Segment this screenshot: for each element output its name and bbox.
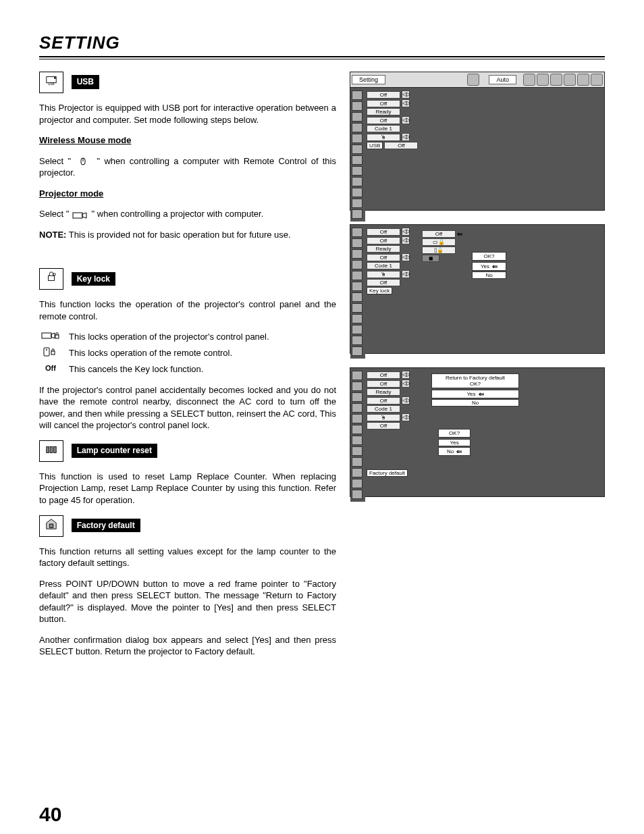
osd-top-icon (467, 74, 479, 86)
osd-value: Off (367, 397, 400, 405)
osd-value: Ready (367, 245, 400, 253)
pointer-icon: ⇐ (479, 390, 484, 398)
osd-side-icon (352, 123, 363, 132)
osd-nav-icon: ◁▷ (402, 133, 410, 141)
osd-top-icon (564, 74, 576, 86)
projector-mode-icon (72, 211, 89, 219)
usb-badge: USB (72, 75, 99, 88)
osd-keylock-screenshot: Off◁▷ Off◁▷ Ready Off◁▷ Code 1 🖱◁▷ Off K… (350, 224, 605, 354)
lamp-counter-badge: Lamp counter reset (72, 444, 157, 457)
osd-no-option: No⇐ (438, 447, 471, 456)
wireless-mouse-heading: Wireless Mouse mode (39, 134, 336, 147)
osd-usb-screenshot: Setting Auto (350, 72, 605, 211)
wireless-mouse-text: Select " " when controlling a computer w… (39, 155, 336, 179)
osd-side-icon (352, 325, 363, 334)
svg-rect-11 (55, 335, 59, 338)
svg-point-13 (46, 349, 47, 350)
lamp-counter-para: This function is used to reset Lamp Repl… (39, 471, 336, 506)
osd-side-icon (352, 209, 363, 219)
osd-side-icon (352, 177, 363, 186)
osd-auto-chip: Auto (489, 75, 516, 84)
factory-p2: Press POINT UP/DOWN button to move a red… (39, 578, 336, 625)
lock-panel-icon (39, 331, 62, 343)
keylock-icon (39, 268, 63, 290)
osd-value: Code 1 (367, 262, 400, 269)
osd-value: Ready (367, 388, 400, 396)
osd-nav-icon: ◁▷ (402, 116, 410, 124)
osd-side-icon (352, 346, 363, 356)
osd-yes-option: Yes (438, 439, 471, 446)
osd-nav-icon: ◁▷ (402, 380, 410, 388)
osd-side-icon (352, 155, 363, 165)
osd-side-icon (352, 468, 363, 477)
osd-no-option: No (472, 271, 506, 279)
osd-side-icon (352, 249, 363, 259)
keylock-cancel-text: This cancels the Key lock function. (69, 363, 203, 375)
svg-rect-14 (51, 351, 55, 355)
svg-rect-15 (47, 446, 49, 452)
osd-side-icon (352, 282, 363, 291)
osd-nav-icon: ◁▷ (402, 413, 410, 421)
osd-nav-icon: ◁▷ (402, 90, 410, 99)
osd-side-icon (352, 414, 363, 423)
osd-keylock-label: Key lock (367, 287, 392, 294)
osd-side-icon (352, 436, 363, 445)
svg-rect-12 (44, 348, 49, 356)
osd-value: Code 1 (367, 405, 400, 413)
osd-side-icon (352, 446, 363, 456)
osd-top-icon (577, 74, 589, 86)
osd-side-icon (352, 112, 363, 122)
osd-side-icon (352, 292, 363, 302)
osd-value: Off (367, 371, 400, 379)
lock-panel-text: This locks operation of the projector's … (69, 331, 269, 343)
osd-popup-value: ◼ (422, 255, 439, 262)
svg-marker-6 (82, 213, 86, 218)
osd-no-option: No (431, 399, 519, 407)
svg-rect-7 (49, 276, 55, 281)
osd-side-icon (352, 392, 363, 402)
osd-top-icon (550, 74, 562, 86)
osd-yes-option: Yes⇐ (431, 390, 519, 398)
factory-p1: This function returns all setting values… (39, 546, 336, 569)
osd-factory-label: Factory default (367, 469, 408, 477)
osd-value: 🖱 (367, 134, 400, 141)
osd-popup-value: ▯🔒 (422, 246, 456, 254)
osd-value: Off (384, 142, 418, 149)
osd-side-icon (352, 101, 363, 111)
osd-value: Off (367, 91, 400, 99)
osd-value: Off (367, 100, 400, 107)
pointer-icon: ⇐ (492, 263, 498, 270)
osd-top-icon (537, 74, 549, 86)
svg-point-8 (53, 273, 56, 276)
pointer-icon: ⇐ (456, 448, 462, 455)
osd-usb-label: USB (367, 142, 383, 149)
usb-note: NOTE: This is provided not for basic ope… (39, 229, 336, 241)
osd-side-icon (352, 199, 363, 208)
osd-yes-option: Yes⇐ (472, 262, 506, 271)
osd-nav-icon: ◁▷ (402, 236, 410, 244)
factory-default-icon (39, 515, 63, 537)
osd-nav-icon: ◁▷ (402, 270, 410, 278)
osd-side-icon (352, 425, 363, 434)
osd-nav-icon: ◁▷ (402, 396, 410, 405)
keylock-intro: This function locks the operation of the… (39, 298, 336, 322)
svg-text:USB: USB (48, 82, 54, 86)
osd-nav-icon: ◁▷ (402, 253, 410, 261)
osd-side-icon (352, 238, 363, 248)
osd-side-icon (352, 336, 363, 345)
osd-value: Off (367, 237, 400, 244)
osd-value: Off (367, 380, 400, 388)
page-number: 40 (39, 803, 61, 826)
svg-marker-10 (51, 333, 55, 338)
lamp-counter-icon (39, 440, 63, 462)
osd-factory-screenshot: Off◁▷ Off◁▷ Ready Off◁▷ Code 1 🖱◁▷ Off F… (350, 367, 605, 497)
osd-ok-prompt: OK? (472, 252, 506, 261)
osd-value: Ready (367, 108, 400, 115)
osd-side-icon (352, 314, 363, 323)
page-title: SETTING (39, 32, 605, 53)
osd-nav-icon: ◁▷ (402, 99, 410, 107)
osd-side-icon (352, 90, 363, 100)
osd-side-icon (352, 134, 363, 143)
osd-side-icon (352, 228, 363, 237)
osd-top-icon (523, 74, 535, 86)
